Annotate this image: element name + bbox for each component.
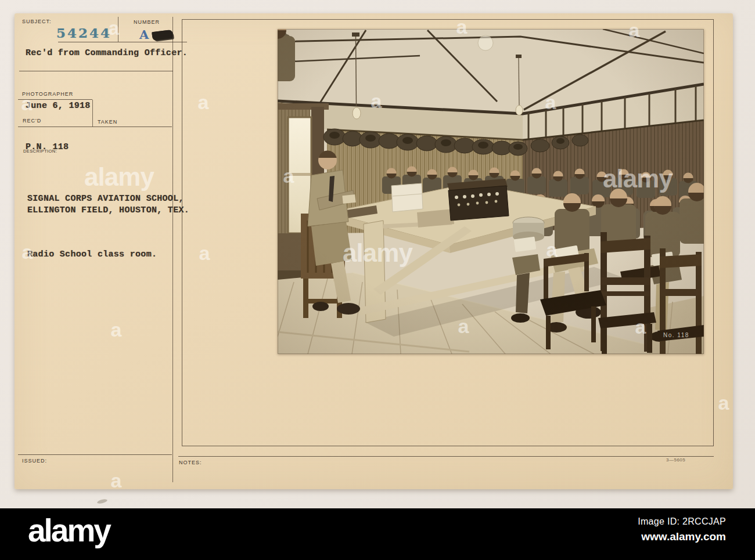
photograph: No. 118	[278, 29, 704, 354]
description-line: Radio School class room.	[27, 250, 157, 259]
photographer-label: PHOTOGRAPHER	[22, 91, 73, 97]
received-note: Rec'd from Commanding Officer.	[26, 48, 188, 58]
rule-line	[19, 71, 173, 71]
column-divider	[172, 17, 173, 482]
rule-line	[18, 127, 172, 127]
alamy-url-text: www.alamy.com	[638, 530, 726, 543]
field-divider	[118, 17, 118, 42]
photo-record-card: SUBJECT: 54244 NUMBER A Rec'd from Comma…	[15, 13, 733, 489]
stock-photo-page: SUBJECT: 54244 NUMBER A Rec'd from Comma…	[0, 0, 755, 560]
classroom-photo-scene	[278, 29, 704, 354]
subject-value: 54244	[56, 25, 112, 41]
taken-label: TAKEN	[98, 119, 117, 125]
recd-label: REC'D	[23, 118, 41, 124]
number-label: NUMBER	[134, 19, 160, 25]
number-value: A	[139, 27, 149, 42]
field-divider	[92, 100, 93, 127]
form-number: 3—5605	[666, 457, 685, 463]
description-line: SIGNAL CORPS AVIATION SCHOOL,	[27, 194, 184, 204]
rule-line	[18, 454, 172, 455]
alamy-logo: alamy	[28, 512, 110, 549]
description-line: ELLINGTON FIELD, HOUSTON, TEX.	[27, 205, 189, 215]
rule-line	[58, 42, 187, 42]
rule-line	[18, 99, 92, 100]
image-id-text: Image ID: 2RCCJAP	[638, 516, 726, 527]
photo-caption-number: No. 118	[663, 332, 689, 338]
issued-label: ISSUED:	[22, 458, 47, 464]
background-smudge	[97, 498, 108, 504]
alamy-footer-bar: alamy Image ID: 2RCCJAP www.alamy.com	[0, 508, 755, 560]
rule-line	[178, 456, 714, 457]
footer-credits: Image ID: 2RCCJAP www.alamy.com	[638, 516, 726, 543]
photo-vignette	[278, 29, 704, 354]
date-value: June 6, 1918	[26, 101, 91, 111]
description-label: DESCRIPTION:	[23, 149, 57, 154]
notes-label: NOTES:	[179, 460, 202, 465]
number-scribble-mark	[152, 30, 174, 41]
subject-label: SUBJECT:	[22, 19, 52, 24]
